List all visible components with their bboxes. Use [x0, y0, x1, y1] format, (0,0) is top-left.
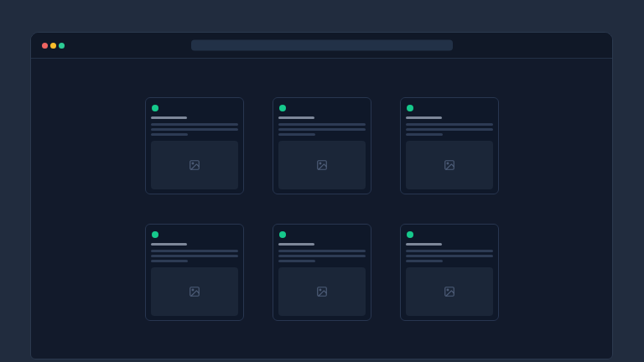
image-icon	[316, 286, 328, 297]
skeleton-text-line	[278, 250, 366, 252]
image-placeholder	[151, 141, 238, 189]
skeleton-text-line-short	[406, 133, 443, 136]
skeleton-text-line-short	[406, 260, 443, 262]
skeleton-text-line	[151, 128, 238, 131]
skeleton-text-line	[151, 123, 238, 126]
skeleton-text-line-short	[151, 260, 188, 262]
skeleton-title-line	[406, 116, 442, 119]
skeleton-text-line	[151, 250, 238, 252]
window-titlebar	[31, 33, 612, 59]
status-dot-icon	[279, 231, 286, 238]
skeleton-text-line	[151, 255, 238, 257]
window-content	[31, 59, 612, 321]
image-placeholder	[151, 267, 238, 316]
status-dot-icon	[152, 105, 158, 111]
skeleton-card[interactable]	[145, 97, 244, 194]
image-icon	[444, 286, 455, 297]
skeleton-text-line	[278, 255, 366, 257]
skeleton-text-line	[406, 123, 493, 126]
status-dot-icon	[407, 105, 413, 111]
traffic-lights	[42, 43, 65, 49]
skeleton-title-line	[151, 116, 187, 119]
skeleton-text-line	[406, 250, 493, 252]
skeleton-card[interactable]	[273, 97, 371, 194]
image-placeholder	[406, 141, 493, 189]
image-icon	[316, 159, 328, 171]
skeleton-text-line	[278, 128, 366, 131]
skeleton-card[interactable]	[273, 224, 371, 321]
maximize-button[interactable]	[59, 43, 65, 49]
browser-window	[30, 32, 613, 359]
status-dot-icon	[152, 231, 158, 238]
image-placeholder	[278, 141, 366, 189]
status-dot-icon	[279, 105, 286, 111]
skeleton-title-line	[151, 243, 187, 246]
skeleton-text-line	[278, 123, 366, 126]
close-button[interactable]	[42, 43, 48, 49]
image-placeholder	[406, 267, 493, 316]
skeleton-text-line-short	[151, 133, 188, 136]
skeleton-card[interactable]	[400, 224, 499, 321]
skeleton-text-line	[406, 128, 493, 131]
skeleton-text-line-short	[278, 133, 315, 136]
skeleton-text-line	[406, 255, 493, 257]
minimize-button[interactable]	[50, 43, 56, 49]
image-placeholder	[278, 267, 366, 316]
skeleton-title-line	[278, 116, 314, 119]
image-icon	[444, 159, 455, 171]
address-bar[interactable]	[191, 40, 453, 51]
card-grid	[145, 97, 499, 321]
status-dot-icon	[407, 231, 413, 238]
skeleton-title-line	[278, 243, 314, 246]
skeleton-card[interactable]	[145, 224, 244, 321]
image-icon	[189, 159, 200, 171]
skeleton-title-line	[406, 243, 442, 246]
skeleton-card[interactable]	[400, 97, 499, 194]
skeleton-text-line-short	[278, 260, 315, 262]
image-icon	[189, 286, 200, 297]
